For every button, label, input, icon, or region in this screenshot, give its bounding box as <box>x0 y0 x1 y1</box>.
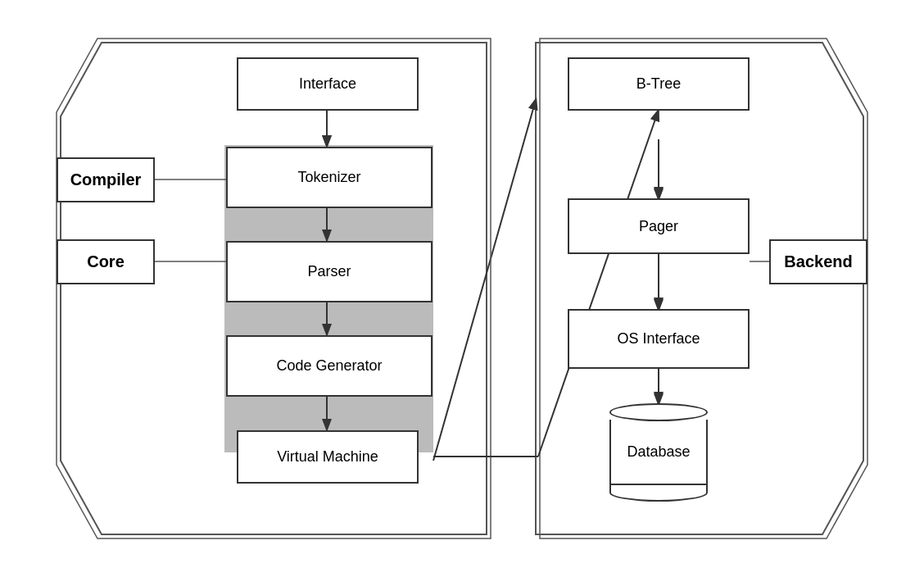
os-interface-box: OS Interface <box>568 309 750 369</box>
compiler-label-box: Compiler <box>57 157 155 202</box>
pager-label: Pager <box>639 218 678 235</box>
diagram: Interface Tokenizer Parser Code Generato… <box>52 18 872 559</box>
backend-label-box: Backend <box>769 239 867 284</box>
code-generator-box: Code Generator <box>226 335 433 397</box>
parser-label: Parser <box>307 263 351 280</box>
compiler-label: Compiler <box>70 170 142 189</box>
interface-box: Interface <box>237 57 419 111</box>
code-generator-label: Code Generator <box>276 357 382 375</box>
tokenizer-label: Tokenizer <box>297 169 360 186</box>
database-cylinder: Database <box>609 403 708 502</box>
virtual-machine-label: Virtual Machine <box>277 448 378 466</box>
cylinder-bottom <box>609 484 708 502</box>
os-interface-label: OS Interface <box>617 330 700 348</box>
backend-label: Backend <box>784 252 852 271</box>
svg-line-7 <box>433 100 536 461</box>
database-label: Database <box>611 443 706 461</box>
parser-box: Parser <box>226 241 433 302</box>
core-label: Core <box>87 252 125 271</box>
tokenizer-box: Tokenizer <box>226 147 433 208</box>
btree-label: B-Tree <box>636 75 681 93</box>
pager-box: Pager <box>568 198 750 254</box>
core-label-box: Core <box>57 239 155 284</box>
interface-label: Interface <box>299 75 356 93</box>
cylinder-body: Database <box>609 420 708 485</box>
btree-box: B-Tree <box>568 57 750 111</box>
cylinder-top <box>609 403 708 421</box>
virtual-machine-box: Virtual Machine <box>237 430 419 484</box>
